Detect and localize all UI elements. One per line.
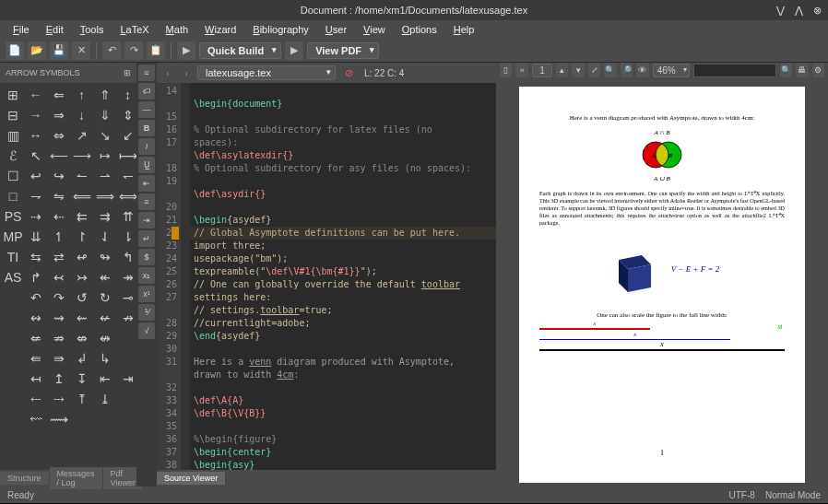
menu-user[interactable]: User <box>318 22 354 37</box>
side-bold-icon[interactable]: B <box>138 120 155 136</box>
print-icon[interactable]: 🖶 <box>796 63 808 77</box>
arrow-symbol[interactable]: ↘ <box>93 125 116 146</box>
arrow-symbol[interactable]: ⇢ <box>24 206 47 227</box>
settings-icon[interactable]: ⚙ <box>812 63 824 77</box>
close-icon[interactable]: ⊗ <box>811 5 822 16</box>
fold-column[interactable] <box>181 83 190 470</box>
arrow-symbol[interactable]: ⇋ <box>47 186 70 206</box>
side-sub-icon[interactable]: x₁ <box>138 267 155 284</box>
arrow-symbol[interactable]: ⇉ <box>93 206 116 227</box>
arrow-symbol[interactable]: ⇥ <box>116 369 136 389</box>
page-down-icon[interactable]: ▾ <box>572 63 584 77</box>
arrow-symbol[interactable]: ⇀ <box>93 166 116 186</box>
arrow-symbol[interactable]: ↩ <box>24 166 47 186</box>
arrow-symbol[interactable]: ⇈ <box>116 206 136 227</box>
arrow-symbol[interactable]: ⇊ <box>24 227 47 247</box>
page-number[interactable]: 1 <box>532 64 552 77</box>
arrow-symbol[interactable]: ↛ <box>116 308 136 328</box>
quickbuild-combo[interactable]: Quick Build <box>199 42 281 59</box>
arrow-symbol[interactable]: ⇃ <box>93 227 116 247</box>
viewpdf-combo[interactable]: View PDF <box>307 42 379 59</box>
arrow-symbol[interactable]: ↱ <box>24 267 47 287</box>
arrow-symbol[interactable]: ↷ <box>47 287 70 308</box>
menu-edit[interactable]: Edit <box>39 22 71 37</box>
menu-file[interactable]: File <box>6 22 37 37</box>
side-rightalign-icon[interactable]: ⇥ <box>138 212 155 229</box>
arrow-symbol[interactable]: ↗ <box>70 125 93 146</box>
arrow-symbol[interactable]: ↰ <box>116 247 136 267</box>
arrow-symbol[interactable]: ↶ <box>24 287 47 308</box>
category-icon[interactable]: ☐ <box>2 166 24 186</box>
category-icon[interactable]: □ <box>2 186 24 206</box>
arrow-symbol[interactable]: ↭ <box>24 308 47 328</box>
arrow-symbol[interactable]: ↪ <box>47 166 70 186</box>
pdf-page[interactable]: Here is a venn diagram produced with Asy… <box>519 87 805 483</box>
error-icon[interactable]: ⊘ <box>345 67 353 79</box>
arrow-symbol[interactable]: ↚ <box>93 308 116 328</box>
category-icon[interactable]: ⊟ <box>2 105 24 125</box>
category-icon[interactable]: PS <box>2 206 24 227</box>
arrow-symbol[interactable]: ⟸ <box>70 186 93 206</box>
arrow-symbol[interactable]: ⇕ <box>116 105 136 125</box>
side-frac-icon[interactable]: ⅟ <box>138 304 155 321</box>
menu-biblio[interactable]: Bibliography <box>245 22 316 37</box>
close-file-icon[interactable]: ✕ <box>72 41 90 60</box>
menu-tools[interactable]: Tools <box>73 22 112 37</box>
side-sqrt-icon[interactable]: √ <box>138 322 155 339</box>
arrow-symbol[interactable]: ⤒ <box>70 389 93 409</box>
arrow-symbol[interactable]: ↾ <box>70 227 93 247</box>
arrow-symbol[interactable]: ↙ <box>116 125 136 146</box>
open-file-icon[interactable]: 📂 <box>28 41 46 60</box>
menu-wizard[interactable]: Wizard <box>197 22 243 37</box>
page-up-icon[interactable]: ▴ <box>556 63 568 77</box>
side-math-icon[interactable]: $ <box>138 249 155 265</box>
arrow-symbol[interactable]: ↫ <box>70 247 93 267</box>
arrow-symbol[interactable]: ↽ <box>116 166 136 186</box>
menu-latex[interactable]: LaTeX <box>112 22 156 37</box>
side-newline-icon[interactable]: ↵ <box>138 230 155 247</box>
arrow-symbol[interactable]: ↓ <box>70 105 93 125</box>
search-input[interactable] <box>693 64 776 77</box>
panel-collapse-icon[interactable]: ⊞ <box>124 68 131 77</box>
arrow-symbol[interactable]: ⤏ <box>47 389 70 409</box>
arrow-symbol[interactable]: ⇆ <box>24 247 47 267</box>
zoom-in-icon[interactable]: 🔍 <box>604 63 616 77</box>
undo-icon[interactable]: ↶ <box>102 41 121 60</box>
arrow-symbol[interactable]: ⇁ <box>24 186 47 206</box>
fit-icon[interactable]: ⤢ <box>588 63 600 77</box>
side-sup-icon[interactable]: x¹ <box>138 286 155 302</box>
menu-math[interactable]: Math <box>159 22 195 37</box>
category-icon[interactable]: TI <box>2 247 24 267</box>
arrow-symbol[interactable]: ⇚ <box>24 348 47 369</box>
arrow-symbol[interactable]: ⇑ <box>93 85 116 105</box>
arrow-symbol[interactable]: ⟼ <box>116 146 136 166</box>
expand-icon[interactable]: » <box>515 63 527 77</box>
view-icon[interactable]: ▶ <box>285 41 303 60</box>
arrow-symbol[interactable]: ⇎ <box>70 328 93 348</box>
arrow-symbol[interactable]: ⇄ <box>47 247 70 267</box>
arrow-symbol[interactable]: ↲ <box>70 348 93 369</box>
code-editor[interactable]: \begin{document} % Optional subdirectory… <box>190 83 496 470</box>
arrow-symbol[interactable]: ⇜ <box>70 308 93 328</box>
category-icon[interactable]: MP <box>2 227 24 247</box>
zoom-out-icon[interactable]: 🔎 <box>621 63 633 77</box>
maximize-icon[interactable]: ⋀ <box>793 5 804 16</box>
tab-sourceviewer[interactable]: Source Viewer <box>157 472 226 485</box>
category-icon[interactable]: AS <box>2 267 24 287</box>
side-part-icon[interactable]: ≡ <box>138 64 155 81</box>
arrow-symbol[interactable]: ↖ <box>24 146 47 166</box>
arrow-symbol[interactable]: ⟶ <box>70 146 93 166</box>
nav-back-icon[interactable]: ‹ <box>160 65 175 80</box>
zoom-combo[interactable]: 46% <box>653 64 690 77</box>
arrow-symbol[interactable]: ⟵ <box>47 146 70 166</box>
arrow-symbol[interactable]: ⇒ <box>47 105 70 125</box>
arrow-symbol[interactable]: → <box>24 105 47 125</box>
arrow-symbol[interactable]: ⇂ <box>116 227 136 247</box>
arrow-symbol[interactable]: ↑ <box>70 85 93 105</box>
arrow-symbol[interactable]: ⇇ <box>70 206 93 227</box>
arrow-symbol[interactable]: ↤ <box>24 369 47 389</box>
eye-icon[interactable]: 👁 <box>636 63 648 77</box>
arrow-symbol[interactable]: ⇛ <box>47 348 70 369</box>
side-underline-icon[interactable]: U̲ <box>138 157 155 173</box>
arrow-symbol[interactable]: ⤎ <box>24 389 47 409</box>
